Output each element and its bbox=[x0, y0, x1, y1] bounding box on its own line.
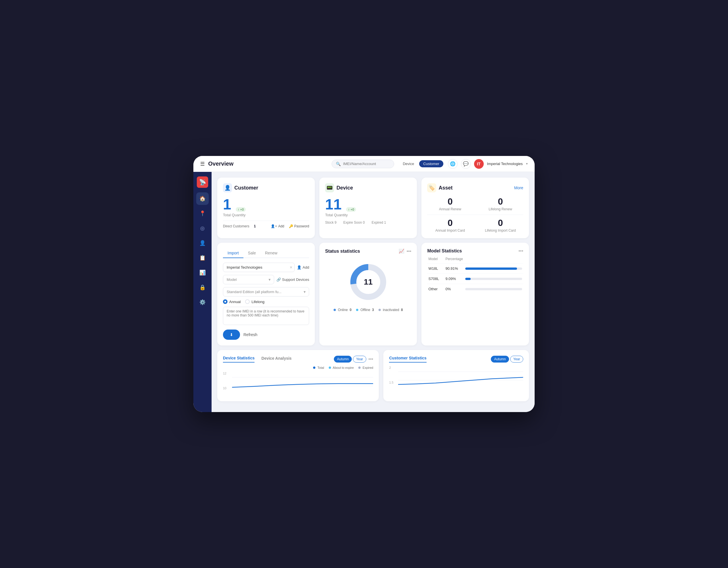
asset-card-icon: 🏷️ bbox=[427, 183, 436, 192]
logo-icon: 📡 bbox=[199, 179, 206, 185]
password-button[interactable]: 🔑 Password bbox=[289, 224, 309, 228]
asset-icon: 🏷️ bbox=[429, 185, 435, 191]
asset-more-button[interactable]: More bbox=[514, 185, 523, 190]
device-chart-area: 12 10 bbox=[223, 372, 373, 396]
tab-device-analysis[interactable]: Device Analysis bbox=[261, 356, 291, 362]
device-chart-svg bbox=[232, 372, 373, 395]
analytics-icon: 📊 bbox=[199, 269, 206, 276]
model-row-s708l: S708L 9.09% bbox=[427, 273, 523, 284]
edition-select[interactable]: Standard Edition (all platform fu... bbox=[223, 287, 309, 297]
sidebar-item-reports[interactable]: 📋 bbox=[196, 251, 209, 264]
offline-legend: Offline 3 bbox=[356, 308, 374, 312]
annual-radio-dot bbox=[223, 300, 227, 304]
sidebar-item-security[interactable]: 🔒 bbox=[196, 281, 209, 294]
sidebar-item-settings[interactable]: ⚙️ bbox=[196, 296, 209, 309]
customer-card: 👤 Customer 1 ↑ +0 Total Quantity Direct … bbox=[217, 177, 315, 238]
add-user-link[interactable]: 👤 Add bbox=[297, 265, 309, 269]
tab-renew[interactable]: Renew bbox=[260, 248, 282, 258]
total-legend-dot bbox=[313, 367, 315, 369]
device-autumn-pill[interactable]: Autumn bbox=[334, 356, 352, 363]
status-card-actions: 📈 ••• bbox=[399, 248, 411, 254]
legend-total: Total bbox=[313, 366, 324, 369]
sidebar-item-analytics[interactable]: 📊 bbox=[196, 266, 209, 279]
customer-year-pill[interactable]: Year bbox=[510, 356, 523, 363]
user-name: Imperial Technologies bbox=[487, 162, 523, 166]
tracking-icon: ◎ bbox=[200, 225, 205, 231]
device-pill[interactable]: Device bbox=[399, 160, 418, 167]
model-row-w18l: W18L 90.91% bbox=[427, 263, 523, 273]
customer-pill[interactable]: Customer bbox=[419, 160, 443, 167]
reports-icon: 📋 bbox=[199, 255, 206, 261]
lifelong-radio-dot bbox=[245, 300, 250, 304]
menu-icon[interactable]: ☰ bbox=[200, 161, 205, 167]
model-more-button[interactable]: ••• bbox=[518, 248, 523, 253]
sidebar-item-tracking[interactable]: ◎ bbox=[196, 222, 209, 234]
customer-card-title: Customer bbox=[234, 185, 258, 191]
status-legend: Online 0 Offline 3 inactivated 8 bbox=[325, 308, 411, 312]
avatar[interactable]: IT bbox=[474, 159, 484, 169]
status-more-icon[interactable]: ••• bbox=[407, 248, 411, 254]
refresh-button[interactable]: Refresh bbox=[243, 333, 257, 337]
customer-card-icon: 👤 bbox=[223, 183, 232, 192]
asset-import-grid: 0 Annual Import Card 0 Lifelong Import C… bbox=[427, 218, 523, 232]
company-clear-icon[interactable]: × bbox=[290, 265, 292, 270]
online-legend: Online 0 bbox=[334, 308, 351, 312]
customer-card-header: 👤 Customer bbox=[223, 183, 309, 192]
customer-total-label: Total Quantity bbox=[223, 213, 309, 217]
device-year-pill[interactable]: Year bbox=[353, 356, 366, 363]
model-col-bar bbox=[465, 257, 522, 261]
lifelong-import-value: 0 bbox=[477, 218, 523, 227]
company-input[interactable] bbox=[223, 263, 295, 272]
globe-icon: 🌐 bbox=[450, 161, 456, 166]
customer-chart-canvas bbox=[398, 366, 523, 390]
model-col-percentage: Percentage bbox=[445, 257, 465, 261]
online-dot bbox=[334, 309, 336, 311]
chat-icon: 💬 bbox=[463, 161, 469, 166]
add-button[interactable]: 👤+ Add bbox=[271, 224, 284, 228]
user-dropdown-arrow[interactable]: ▾ bbox=[526, 162, 528, 166]
customer-autumn-pill[interactable]: Autumn bbox=[491, 356, 509, 363]
support-devices-link[interactable]: 🔗 Support Devices bbox=[276, 277, 309, 282]
topbar: ☰ Overview 🔍 Device Customer 🌐 💬 IT Impe… bbox=[193, 156, 535, 172]
expired-legend-dot bbox=[358, 367, 361, 369]
device-chart-legend: Total About to expire Expired bbox=[223, 366, 373, 369]
imei-textarea[interactable] bbox=[223, 307, 309, 325]
annual-import-value: 0 bbox=[427, 218, 473, 227]
import-form-card: Import Sale Renew × 👤 Add bbox=[217, 243, 315, 346]
search-input[interactable] bbox=[343, 162, 383, 166]
globe-button[interactable]: 🌐 bbox=[448, 159, 458, 169]
chat-button[interactable]: 💬 bbox=[461, 159, 471, 169]
sidebar-item-home[interactable]: 🏠 bbox=[196, 192, 209, 205]
sidebar: 📡 🏠 📍 ◎ 👤 📋 📊 🔒 ⚙ bbox=[193, 172, 212, 412]
model-pct-w18l: 90.91% bbox=[445, 266, 465, 270]
device-total-label: Total Quantity bbox=[325, 213, 411, 217]
device-stats-more-button[interactable]: ••• bbox=[369, 357, 373, 362]
annual-radio[interactable]: Annual bbox=[223, 300, 241, 304]
donut-chart-container: 11 bbox=[325, 256, 411, 308]
device-card: 📟 Device 11 ↑ +0 Total Quantity Stock 9 bbox=[319, 177, 417, 238]
tab-device-statistics[interactable]: Device Statistics bbox=[223, 356, 255, 363]
submit-button[interactable]: ⬇ bbox=[223, 330, 240, 340]
stock-stat: Stock 9 bbox=[325, 220, 336, 224]
lifelong-import-stat: 0 Lifelong Import Card bbox=[477, 218, 523, 232]
add-icon: 👤+ bbox=[271, 224, 277, 228]
status-chart-icon[interactable]: 📈 bbox=[399, 248, 404, 254]
search-bar[interactable]: 🔍 bbox=[332, 160, 394, 168]
asset-divider bbox=[427, 214, 523, 215]
lifelong-renew-stat: 0 Lifelong Renew bbox=[477, 197, 523, 211]
tab-customer-statistics[interactable]: Customer Statistics bbox=[389, 356, 426, 363]
model-row-other: Other 0% bbox=[427, 284, 523, 294]
tab-import[interactable]: Import bbox=[223, 248, 243, 258]
sidebar-item-location[interactable]: 📍 bbox=[196, 207, 209, 220]
annual-import-label: Annual Import Card bbox=[427, 228, 473, 232]
donut-chart: 11 bbox=[347, 261, 390, 304]
annual-import-stat: 0 Annual Import Card bbox=[427, 218, 473, 232]
topbar-left: ☰ Overview bbox=[200, 160, 327, 167]
form-buttons: ⬇ Refresh bbox=[223, 330, 309, 340]
annual-renew-value: 0 bbox=[427, 197, 473, 206]
sidebar-item-users[interactable]: 👤 bbox=[196, 237, 209, 249]
license-type-row: Annual Lifelong bbox=[223, 300, 309, 304]
model-select[interactable]: Model bbox=[223, 275, 274, 284]
lifelong-radio[interactable]: Lifelong bbox=[245, 300, 264, 304]
tab-sale[interactable]: Sale bbox=[243, 248, 260, 258]
